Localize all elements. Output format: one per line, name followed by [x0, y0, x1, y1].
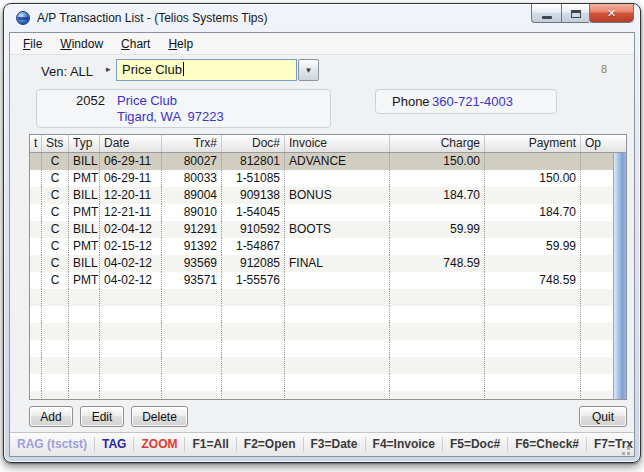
table-cell[interactable]: BOOTS [285, 221, 390, 238]
table-cell[interactable]: 59.99 [390, 221, 485, 238]
table-cell[interactable]: C [42, 238, 69, 255]
table-row[interactable] [30, 289, 613, 306]
table-cell[interactable] [100, 357, 162, 374]
table-cell[interactable] [581, 391, 613, 399]
table-cell[interactable] [30, 153, 42, 170]
table-cell[interactable] [69, 340, 100, 357]
table-cell[interactable] [222, 289, 285, 306]
table-cell[interactable]: BILL [69, 187, 100, 204]
table-row[interactable] [30, 323, 613, 340]
table-cell[interactable]: C [42, 204, 69, 221]
table-cell[interactable] [485, 323, 581, 340]
table-cell[interactable]: 748.59 [390, 255, 485, 272]
table-cell[interactable]: 59.99 [485, 238, 581, 255]
close-button[interactable]: ✕ [589, 4, 634, 23]
table-cell[interactable]: PMT [69, 204, 100, 221]
table-cell[interactable] [100, 391, 162, 399]
table-cell[interactable] [581, 170, 613, 187]
table-cell[interactable] [30, 357, 42, 374]
table-cell[interactable]: 912085 [222, 255, 285, 272]
table-cell[interactable] [69, 357, 100, 374]
table-cell[interactable] [581, 255, 613, 272]
table-cell[interactable] [222, 374, 285, 391]
table-cell[interactable]: 93569 [162, 255, 222, 272]
table-cell[interactable] [485, 255, 581, 272]
table-cell[interactable] [222, 306, 285, 323]
table-cell[interactable] [30, 340, 42, 357]
table-cell[interactable] [222, 391, 285, 399]
table-cell[interactable] [69, 306, 100, 323]
table-cell[interactable] [485, 357, 581, 374]
column-header-charge[interactable]: Charge [390, 135, 485, 152]
table-cell[interactable]: 04-02-12 [100, 255, 162, 272]
table-cell[interactable] [69, 323, 100, 340]
add-button[interactable]: Add [29, 406, 73, 427]
table-cell[interactable] [30, 255, 42, 272]
table-cell[interactable] [485, 374, 581, 391]
table-cell[interactable] [162, 323, 222, 340]
table-cell[interactable]: C [42, 153, 69, 170]
table-cell[interactable] [69, 289, 100, 306]
table-cell[interactable] [42, 306, 69, 323]
table-cell[interactable] [30, 187, 42, 204]
column-header-typ[interactable]: Typ [69, 135, 100, 152]
table-cell[interactable] [30, 204, 42, 221]
table-cell[interactable] [42, 340, 69, 357]
table-cell[interactable] [285, 170, 390, 187]
table-cell[interactable] [222, 357, 285, 374]
table-row[interactable] [30, 357, 613, 374]
table-row[interactable] [30, 306, 613, 323]
table-cell[interactable] [100, 340, 162, 357]
table-cell[interactable] [581, 204, 613, 221]
column-header-sts[interactable]: Sts [42, 135, 69, 152]
table-cell[interactable] [42, 323, 69, 340]
table-cell[interactable] [485, 289, 581, 306]
table-cell[interactable] [42, 391, 69, 399]
table-cell[interactable]: 1-51085 [222, 170, 285, 187]
table-cell[interactable]: BILL [69, 255, 100, 272]
table-cell[interactable] [100, 306, 162, 323]
table-cell[interactable] [485, 153, 581, 170]
table-cell[interactable] [30, 374, 42, 391]
table-cell[interactable]: 909138 [222, 187, 285, 204]
table-cell[interactable] [390, 238, 485, 255]
table-cell[interactable] [581, 272, 613, 289]
table-row[interactable]: CBILL12-20-1189004909138BONUS184.70 [30, 187, 613, 204]
table-cell[interactable] [581, 306, 613, 323]
table-cell[interactable]: 06-29-11 [100, 170, 162, 187]
column-header-date[interactable]: Date [100, 135, 162, 152]
table-cell[interactable] [162, 374, 222, 391]
vertical-scrollbar[interactable] [613, 153, 626, 399]
table-cell[interactable]: BONUS [285, 187, 390, 204]
table-cell[interactable] [390, 170, 485, 187]
table-cell[interactable]: 02-15-12 [100, 238, 162, 255]
table-cell[interactable]: PMT [69, 238, 100, 255]
table-cell[interactable]: 184.70 [485, 204, 581, 221]
table-cell[interactable]: 12-21-11 [100, 204, 162, 221]
vendor-search-input[interactable]: Price Club [116, 59, 297, 81]
table-cell[interactable] [162, 391, 222, 399]
table-row[interactable] [30, 374, 613, 391]
table-cell[interactable] [485, 306, 581, 323]
table-cell[interactable] [162, 357, 222, 374]
table-cell[interactable]: 89010 [162, 204, 222, 221]
table-cell[interactable] [581, 238, 613, 255]
table-cell[interactable] [390, 204, 485, 221]
table-cell[interactable] [390, 306, 485, 323]
table-cell[interactable]: 02-04-12 [100, 221, 162, 238]
table-cell[interactable]: 1-55576 [222, 272, 285, 289]
table-cell[interactable]: PMT [69, 272, 100, 289]
table-cell[interactable] [42, 357, 69, 374]
table-cell[interactable]: 06-29-11 [100, 153, 162, 170]
edit-button[interactable]: Edit [80, 406, 124, 427]
table-cell[interactable] [30, 221, 42, 238]
table-cell[interactable] [162, 306, 222, 323]
table-cell[interactable] [285, 357, 390, 374]
menu-item-window[interactable]: Window [51, 34, 112, 54]
table-cell[interactable]: 184.70 [390, 187, 485, 204]
column-header-invoice[interactable]: Invoice [285, 135, 390, 152]
table-cell[interactable] [222, 323, 285, 340]
table-cell[interactable] [30, 170, 42, 187]
table-cell[interactable] [162, 340, 222, 357]
table-cell[interactable]: 12-20-11 [100, 187, 162, 204]
